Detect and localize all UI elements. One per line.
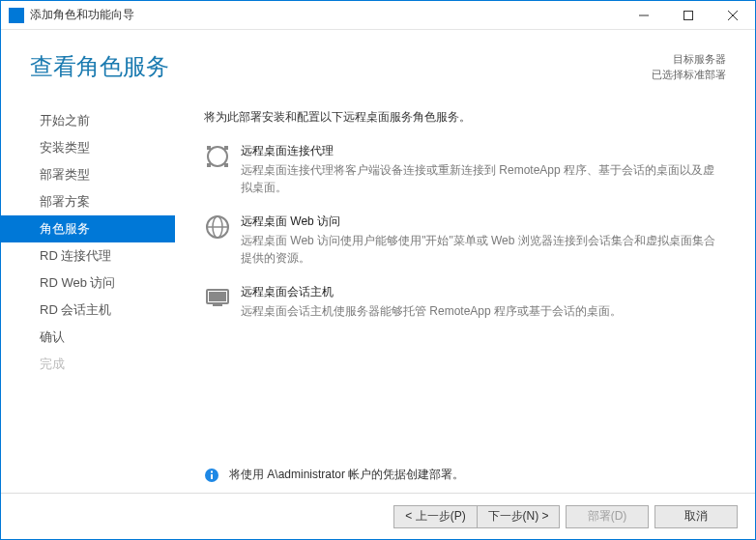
svg-rect-17 bbox=[211, 470, 213, 472]
role-texts: 远程桌面 Web 访问 远程桌面 Web 访问使用户能够使用"开始"菜单或 We… bbox=[241, 213, 726, 267]
close-button[interactable] bbox=[711, 1, 755, 30]
rd-session-host-icon bbox=[204, 284, 231, 311]
sidebar-item-install-type[interactable]: 安装类型 bbox=[1, 134, 175, 161]
rd-web-access-icon bbox=[204, 213, 231, 241]
rd-connection-broker-icon bbox=[204, 143, 231, 170]
sidebar-item-role-services[interactable]: 角色服务 bbox=[1, 215, 175, 242]
role-title: 远程桌面 Web 访问 bbox=[241, 213, 726, 230]
target-server-label: 目标服务器 bbox=[652, 51, 726, 67]
svg-rect-7 bbox=[207, 163, 211, 167]
cancel-button[interactable]: 取消 bbox=[654, 505, 738, 528]
page-title: 查看角色服务 bbox=[30, 51, 652, 82]
role-desc: 远程桌面 Web 访问使用户能够使用"开始"菜单或 Web 浏览器连接到会话集合… bbox=[241, 232, 726, 267]
info-icon bbox=[204, 468, 219, 483]
sidebar-item-complete: 完成 bbox=[1, 351, 175, 378]
sidebar: 开始之前 安装类型 部署类型 部署方案 角色服务 RD 连接代理 RD Web … bbox=[1, 101, 175, 493]
header: 查看角色服务 目标服务器 已选择标准部署 bbox=[1, 30, 755, 92]
svg-rect-6 bbox=[224, 146, 228, 150]
minimize-icon bbox=[639, 11, 649, 20]
content: 将为此部署安装和配置以下远程桌面服务角色服务。 远程桌面连接代理 远程桌面连接代… bbox=[175, 101, 736, 493]
svg-rect-13 bbox=[209, 292, 226, 301]
role-title: 远程桌面会话主机 bbox=[241, 284, 726, 300]
sidebar-item-confirm[interactable]: 确认 bbox=[1, 324, 175, 351]
svg-rect-5 bbox=[207, 146, 211, 150]
previous-button[interactable]: < 上一步(P) bbox=[393, 505, 477, 528]
svg-rect-14 bbox=[213, 304, 222, 306]
maximize-button[interactable] bbox=[666, 1, 711, 30]
sidebar-item-rd-connection-broker[interactable]: RD 连接代理 bbox=[1, 242, 175, 270]
info-text: 将使用 A\administrator 帐户的凭据创建部署。 bbox=[229, 467, 464, 483]
role-item: 远程桌面会话主机 远程桌面会话主机使服务器能够托管 RemoteApp 程序或基… bbox=[204, 284, 726, 320]
footer: < 上一步(P) 下一步(N) > 部署(D) 取消 bbox=[1, 493, 755, 539]
wizard-window: 添加角色和功能向导 查看角色服务 目标服务器 已选择标准部署 开始之前 安装类型… bbox=[0, 0, 756, 540]
sidebar-item-deploy-type[interactable]: 部署类型 bbox=[1, 161, 175, 188]
nav-button-group: < 上一步(P) 下一步(N) > bbox=[393, 505, 560, 528]
svg-rect-8 bbox=[224, 163, 228, 167]
info-row: 将使用 A\administrator 帐户的凭据创建部署。 bbox=[204, 467, 726, 483]
content-intro: 将为此部署安装和配置以下远程桌面服务角色服务。 bbox=[204, 109, 726, 126]
window-title: 添加角色和功能向导 bbox=[30, 7, 622, 23]
role-desc: 远程桌面连接代理将客户端设备连接或重新连接到 RemoteApp 程序、基于会话… bbox=[241, 161, 726, 196]
deployment-selected-label: 已选择标准部署 bbox=[652, 67, 726, 82]
maximize-icon bbox=[683, 11, 693, 20]
sidebar-item-before-begin[interactable]: 开始之前 bbox=[1, 107, 175, 134]
window-controls bbox=[622, 1, 755, 30]
app-icon bbox=[9, 8, 24, 23]
role-title: 远程桌面连接代理 bbox=[241, 143, 726, 159]
role-texts: 远程桌面连接代理 远程桌面连接代理将客户端设备连接或重新连接到 RemoteAp… bbox=[241, 143, 726, 196]
sidebar-item-rd-session-host[interactable]: RD 会话主机 bbox=[1, 297, 175, 324]
role-texts: 远程桌面会话主机 远程桌面会话主机使服务器能够托管 RemoteApp 程序或基… bbox=[241, 284, 726, 320]
role-desc: 远程桌面会话主机使服务器能够托管 RemoteApp 程序或基于会话的桌面。 bbox=[241, 302, 726, 320]
sidebar-item-rd-web-access[interactable]: RD Web 访问 bbox=[1, 270, 175, 297]
sidebar-item-deploy-scenario[interactable]: 部署方案 bbox=[1, 188, 175, 215]
role-item: 远程桌面连接代理 远程桌面连接代理将客户端设备连接或重新连接到 RemoteAp… bbox=[204, 143, 726, 196]
svg-rect-1 bbox=[684, 11, 693, 19]
next-button[interactable]: 下一步(N) > bbox=[477, 505, 560, 528]
minimize-button[interactable] bbox=[622, 1, 666, 30]
role-item: 远程桌面 Web 访问 远程桌面 Web 访问使用户能够使用"开始"菜单或 We… bbox=[204, 213, 726, 267]
header-right: 目标服务器 已选择标准部署 bbox=[652, 51, 726, 82]
body: 开始之前 安装类型 部署类型 部署方案 角色服务 RD 连接代理 RD Web … bbox=[1, 92, 755, 493]
close-icon bbox=[728, 11, 738, 20]
svg-rect-16 bbox=[211, 474, 213, 479]
deploy-button: 部署(D) bbox=[566, 505, 649, 528]
titlebar: 添加角色和功能向导 bbox=[1, 1, 755, 30]
